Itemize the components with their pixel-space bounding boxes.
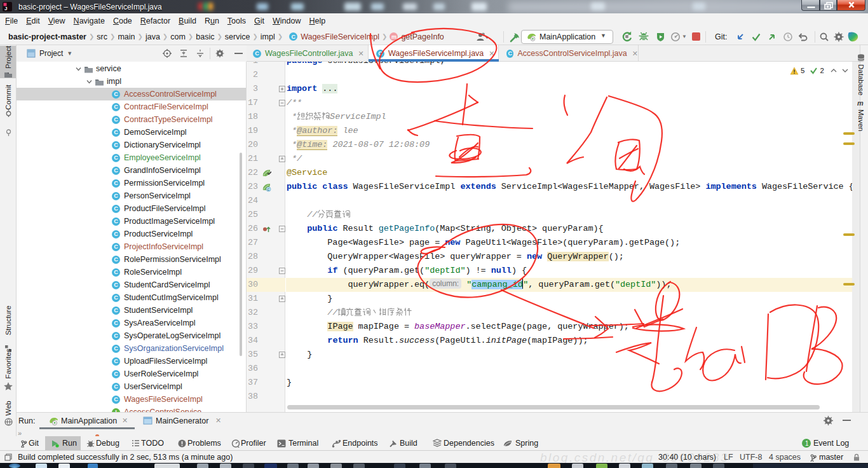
svg-text:m: m [857, 99, 864, 107]
svg-text:J: J [4, 6, 7, 11]
svg-text:c: c [268, 187, 270, 191]
